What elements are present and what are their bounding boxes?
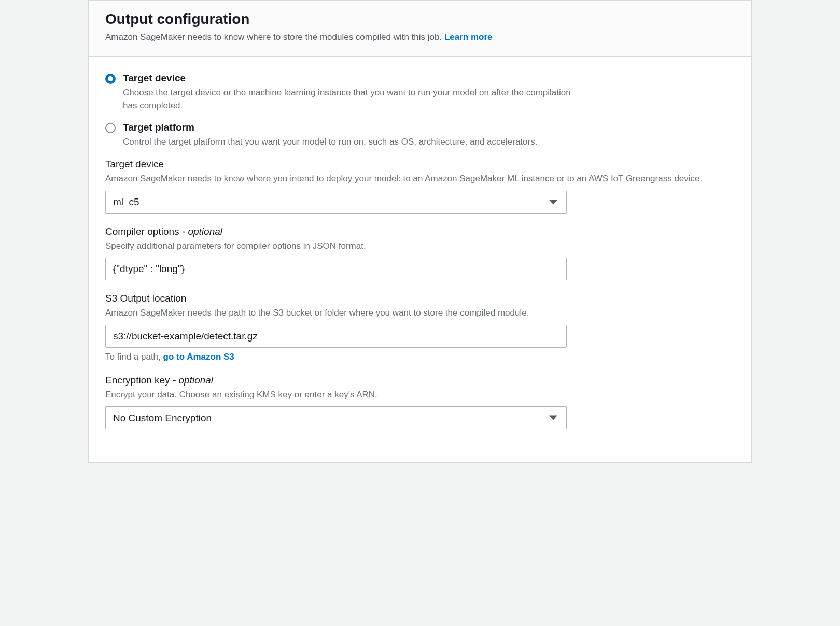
- panel-title: Output configuration: [105, 11, 735, 27]
- hint-s3-output: To find a path, go to Amazon S3: [105, 352, 735, 362]
- go-to-s3-link[interactable]: go to Amazon S3: [163, 352, 234, 362]
- select-target-device-wrapper: ml_c5: [105, 191, 567, 214]
- radio-input-target-platform[interactable]: [105, 123, 116, 133]
- panel-subtitle: Amazon SageMaker needs to know where to …: [105, 31, 735, 44]
- desc-encryption-key: Encrypt your data. Choose an existing KM…: [105, 388, 735, 402]
- field-compiler-options: Compiler options - optional Specify addi…: [105, 226, 735, 281]
- radio-input-target-device[interactable]: [105, 74, 116, 84]
- radio-title-target-device: Target device: [123, 73, 574, 84]
- learn-more-link[interactable]: Learn more: [444, 32, 493, 42]
- select-target-device[interactable]: ml_c5: [105, 191, 567, 214]
- select-encryption-key-wrapper: No Custom Encryption: [105, 406, 567, 429]
- radio-desc-target-platform: Control the target platform that you wan…: [123, 135, 574, 149]
- field-target-device: Target device Amazon SageMaker needs to …: [105, 159, 735, 214]
- panel-header: Output configuration Amazon SageMaker ne…: [89, 1, 751, 57]
- field-s3-output: S3 Output location Amazon SageMaker need…: [105, 293, 735, 362]
- output-configuration-panel: Output configuration Amazon SageMaker ne…: [88, 0, 752, 463]
- label-encryption-key: Encryption key - optional: [105, 375, 735, 386]
- radio-item-target-device[interactable]: Target device Choose the target device o…: [105, 73, 735, 112]
- desc-s3-output: Amazon SageMaker needs the path to the S…: [105, 306, 735, 320]
- radio-desc-target-device: Choose the target device or the machine …: [123, 86, 574, 112]
- field-encryption-key: Encryption key - optional Encrypt your d…: [105, 375, 735, 430]
- desc-compiler-options: Specify additional parameters for compil…: [105, 239, 735, 253]
- label-target-device: Target device: [105, 159, 735, 170]
- input-compiler-options[interactable]: [105, 258, 567, 280]
- radio-title-target-platform: Target platform: [123, 122, 574, 133]
- select-encryption-key[interactable]: No Custom Encryption: [105, 406, 567, 429]
- label-s3-output: S3 Output location: [105, 293, 735, 304]
- desc-target-device: Amazon SageMaker needs to know where you…: [105, 172, 717, 186]
- radio-item-target-platform[interactable]: Target platform Control the target platf…: [105, 122, 735, 149]
- target-type-radio-group: Target device Choose the target device o…: [105, 73, 735, 149]
- label-compiler-options: Compiler options - optional: [105, 226, 735, 237]
- panel-body: Target device Choose the target device o…: [89, 57, 751, 463]
- input-s3-output[interactable]: [105, 325, 567, 348]
